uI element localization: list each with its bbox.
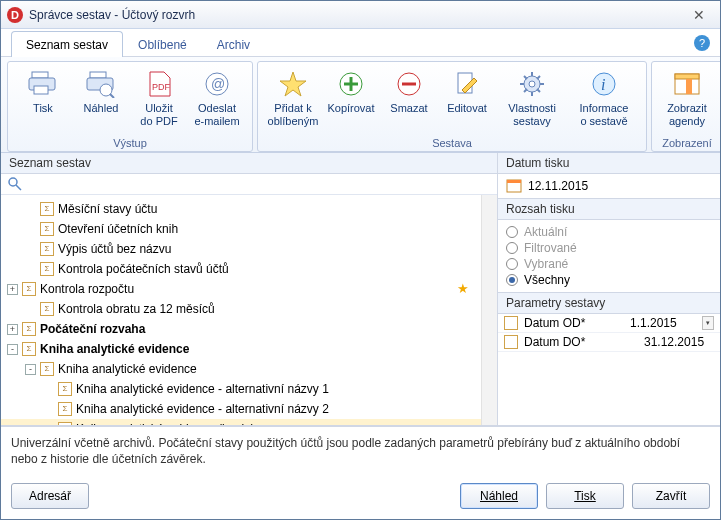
- search-row: [1, 174, 497, 195]
- tree-label[interactable]: Měsíční stavy účtu: [58, 200, 157, 218]
- agenda-icon: [671, 68, 703, 100]
- param-icon: [504, 316, 518, 330]
- tree-node[interactable]: ΣKontrola obratu za 12 měsíců: [1, 299, 481, 319]
- footer-close-button[interactable]: Zavřít: [632, 483, 710, 509]
- print-button[interactable]: Tisk: [14, 66, 72, 117]
- hint-text: Univerzální včetně archivů. Počáteční st…: [1, 426, 720, 475]
- param-value[interactable]: 1.1.2015: [630, 316, 700, 330]
- report-tree[interactable]: ΣMěsíční stavy účtuΣOtevření účetních kn…: [1, 195, 481, 425]
- tree-node[interactable]: ΣKniha analytické evidence (kopie): [1, 419, 481, 425]
- right-column: Datum tisku 12.11.2015 Rozsah tisku Aktu…: [498, 153, 720, 425]
- tree-label[interactable]: Kniha analytické evidence - alternativní…: [76, 400, 329, 418]
- ribbon-tabs: Seznam sestav Oblíbené Archiv ?: [1, 29, 720, 57]
- svg-rect-0: [32, 72, 48, 78]
- info-button[interactable]: i Informace o sestavě: [568, 66, 640, 129]
- print-label: Tisk: [33, 102, 53, 115]
- pencil-icon: [451, 68, 483, 100]
- search-input[interactable]: [27, 176, 491, 192]
- gear-icon: [516, 68, 548, 100]
- param-row[interactable]: Datum OD*1.1.2015▾: [498, 314, 720, 333]
- edit-label: Editovat: [447, 102, 487, 115]
- tree-label[interactable]: Kniha analytické evidence: [40, 340, 189, 358]
- range-radios: Aktuální Filtrované Vybrané Všechny: [498, 220, 720, 292]
- tree-label[interactable]: Otevření účetních knih: [58, 220, 178, 238]
- collapse-icon[interactable]: -: [7, 344, 18, 355]
- param-row[interactable]: Datum DO*31.12.2015: [498, 333, 720, 352]
- tree-node[interactable]: ΣKniha analytické evidence - alternativn…: [1, 399, 481, 419]
- tree-node[interactable]: ΣKontrola počátečních stavů účtů: [1, 259, 481, 279]
- tab-oblibene[interactable]: Oblíbené: [123, 31, 202, 57]
- tree-node[interactable]: ΣVýpis účtů bez názvu: [1, 239, 481, 259]
- save-pdf-button[interactable]: PDF Uložit do PDF: [130, 66, 188, 129]
- send-email-button[interactable]: @ Odeslat e-mailem: [188, 66, 246, 129]
- edit-button[interactable]: Editovat: [438, 66, 496, 117]
- tab-seznam-sestav[interactable]: Seznam sestav: [11, 31, 123, 57]
- expand-icon[interactable]: +: [7, 284, 18, 295]
- tree-node[interactable]: +ΣKontrola rozpočtu★: [1, 279, 481, 299]
- params-header: Parametry sestavy: [498, 292, 720, 314]
- svg-rect-30: [675, 74, 699, 79]
- close-icon[interactable]: ✕: [682, 6, 714, 24]
- directory-button[interactable]: Adresář: [11, 483, 89, 509]
- footer-print-button[interactable]: Tisk: [546, 483, 624, 509]
- pdf-icon: PDF: [143, 68, 175, 100]
- param-value[interactable]: 31.12.2015: [644, 335, 714, 349]
- tree-spacer: [25, 264, 36, 275]
- show-agenda-button[interactable]: Zobrazit agendy: [658, 66, 716, 129]
- properties-button[interactable]: Vlastnosti sestavy: [496, 66, 568, 129]
- svg-point-32: [9, 178, 17, 186]
- save-pdf-label: Uložit do PDF: [140, 102, 177, 127]
- svg-rect-2: [34, 86, 48, 94]
- app-icon: D: [7, 7, 23, 23]
- info-icon: i: [588, 68, 620, 100]
- svg-line-23: [524, 76, 527, 79]
- svg-line-26: [537, 89, 540, 92]
- delete-button[interactable]: Smazat: [380, 66, 438, 117]
- report-icon: Σ: [40, 222, 54, 236]
- print-date-value: 12.11.2015: [528, 179, 588, 193]
- tree-node[interactable]: ΣOtevření účetních knih: [1, 219, 481, 239]
- email-icon: @: [201, 68, 233, 100]
- tree-label[interactable]: Kniha analytické evidence: [58, 360, 197, 378]
- tab-archiv[interactable]: Archiv: [202, 31, 265, 57]
- radio-icon: [506, 258, 518, 270]
- tree-label[interactable]: Kontrola rozpočtu: [40, 280, 134, 298]
- tree-scrollbar[interactable]: [481, 195, 497, 425]
- preview-button[interactable]: Náhled: [72, 66, 130, 117]
- help-icon[interactable]: ?: [694, 35, 710, 51]
- tree-spacer: [25, 244, 36, 255]
- radio-all[interactable]: Všechny: [506, 272, 712, 288]
- tree-node[interactable]: ΣKniha analytické evidence - alternativn…: [1, 379, 481, 399]
- tree-label[interactable]: Kniha analytické evidence - alternativní…: [76, 380, 329, 398]
- dialog-window: D Správce sestav - Účtový rozvrh ✕ Sezna…: [0, 0, 721, 520]
- tree-node[interactable]: -ΣKniha analytické evidence: [1, 339, 481, 359]
- ribbon-body: Tisk Náhled PDF Uložit do PDF @ Odeslat …: [1, 57, 720, 153]
- radio-filtered: Filtrované: [506, 240, 712, 256]
- chevron-down-icon[interactable]: ▾: [702, 316, 714, 330]
- footer: Adresář Náhled Tisk Zavřít: [1, 475, 720, 519]
- tree-label[interactable]: Výpis účtů bez názvu: [58, 240, 171, 258]
- footer-preview-button[interactable]: Náhled: [460, 483, 538, 509]
- left-column: Seznam sestav ΣMěsíční stavy účtuΣOtevře…: [1, 153, 498, 425]
- left-header: Seznam sestav: [1, 153, 497, 174]
- tree-node[interactable]: +ΣPočáteční rozvaha: [1, 319, 481, 339]
- collapse-icon[interactable]: -: [25, 364, 36, 375]
- add-favorite-button[interactable]: Přidat k oblíbeným: [264, 66, 322, 129]
- svg-text:@: @: [211, 76, 225, 92]
- star-icon: [277, 68, 309, 100]
- tree-label[interactable]: Kniha analytické evidence (kopie): [76, 420, 255, 425]
- tree-label[interactable]: Kontrola počátečních stavů účtů: [58, 260, 229, 278]
- add-favorite-label: Přidat k oblíbeným: [268, 102, 319, 127]
- preview-icon: [85, 68, 117, 100]
- tree-label[interactable]: Počáteční rozvaha: [40, 320, 145, 338]
- show-agenda-label: Zobrazit agendy: [667, 102, 707, 127]
- plus-icon: [335, 68, 367, 100]
- copy-button[interactable]: Kopírovat: [322, 66, 380, 117]
- param-label: Datum DO*: [524, 335, 644, 349]
- tree-node[interactable]: -ΣKniha analytické evidence: [1, 359, 481, 379]
- report-icon: Σ: [40, 242, 54, 256]
- tree-node[interactable]: ΣMěsíční stavy účtu: [1, 199, 481, 219]
- expand-icon[interactable]: +: [7, 324, 18, 335]
- tree-label[interactable]: Kontrola obratu za 12 měsíců: [58, 300, 215, 318]
- tree-spacer: [43, 384, 54, 395]
